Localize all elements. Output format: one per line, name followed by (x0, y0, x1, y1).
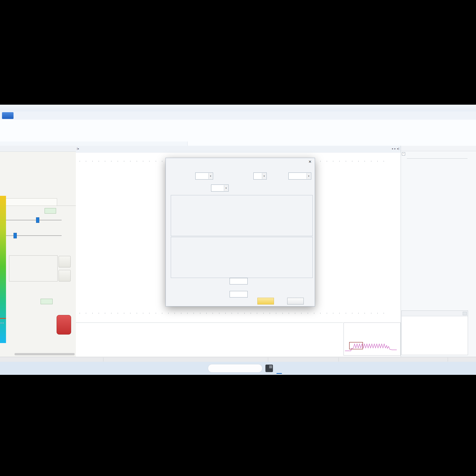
acquisition-distance-input[interactable] (45, 208, 56, 214)
waviness-parameters-group (171, 195, 313, 236)
property-panel: − (401, 146, 476, 357)
search-input[interactable] (208, 364, 262, 373)
stop-measure-button[interactable] (59, 270, 71, 281)
acquisition-distance-slider-handle[interactable] (36, 217, 39, 223)
property-group-row[interactable]: − (402, 152, 407, 155)
collapse-icon[interactable]: − (402, 152, 405, 155)
acquisition-speed-slider-handle[interactable] (14, 233, 17, 238)
chevron-down-icon[interactable]: ▼ (262, 173, 266, 179)
moving-distance-input[interactable] (41, 299, 53, 304)
panel-splitter[interactable]: ▸◂ (1, 321, 4, 325)
status-bar (0, 357, 476, 362)
ribbon-group-strip (0, 141, 188, 146)
profile-thumbnail[interactable] (344, 323, 401, 356)
chevron-down-icon[interactable]: ▼ (208, 173, 213, 179)
tab-scroll-right[interactable]: ◂▸▸| (392, 147, 399, 150)
menu-bar (0, 111, 476, 120)
ok-button[interactable] (257, 298, 274, 304)
evaluation-length-select[interactable]: ▼ (253, 173, 267, 180)
start-measure-button[interactable] (59, 256, 71, 267)
waviness-setting-dialog: ✕ ▼ ▼ ▼ ▼ (166, 158, 315, 306)
height-difference-input[interactable] (230, 291, 248, 297)
sampling-length-select[interactable]: ▼ (211, 185, 229, 192)
acquisition-distance-slider[interactable] (4, 220, 62, 220)
wxz-app-icon[interactable] (274, 364, 283, 373)
windows-taskbar (0, 362, 476, 375)
taskbar-app-icon[interactable] (265, 365, 273, 372)
divider (0, 206, 76, 206)
level-marker (0, 318, 6, 319)
close-icon[interactable] (463, 312, 467, 315)
stop-button[interactable] (57, 315, 71, 335)
control-panel-header (0, 146, 76, 152)
shape-select[interactable]: ▼ (288, 173, 311, 180)
original-contour-group (171, 237, 313, 278)
coordinate-panel (401, 310, 468, 355)
property-panel-header (401, 146, 476, 151)
measured-results-table[interactable] (76, 323, 343, 357)
direction-options-group (9, 255, 58, 281)
tab-scroll-left[interactable]: |◂ (77, 147, 79, 150)
chevron-down-icon[interactable]: ▼ (306, 173, 311, 179)
bottom-ruler-ticks (80, 313, 384, 314)
horizontal-scrollbar[interactable] (15, 353, 75, 355)
chevron-down-icon[interactable]: ▼ (224, 185, 228, 191)
cancel-button[interactable] (287, 298, 304, 304)
acquisition-speed-slider[interactable] (4, 235, 62, 236)
reference-load-input[interactable] (230, 278, 248, 284)
control-management-panel: ▸◂ (0, 146, 76, 357)
tab-single-data-acquisition[interactable] (4, 198, 57, 206)
app-menu-button[interactable] (2, 112, 14, 119)
title-bar (0, 105, 476, 111)
ribbon (0, 120, 476, 146)
coordinate-panel-header (402, 311, 468, 316)
running-indicator (276, 373, 282, 374)
wave-filter-select[interactable]: ▼ (195, 173, 213, 180)
close-icon[interactable]: ✕ (308, 160, 312, 164)
chart-tab-strip: |◂ ◂▸▸| (76, 146, 401, 153)
